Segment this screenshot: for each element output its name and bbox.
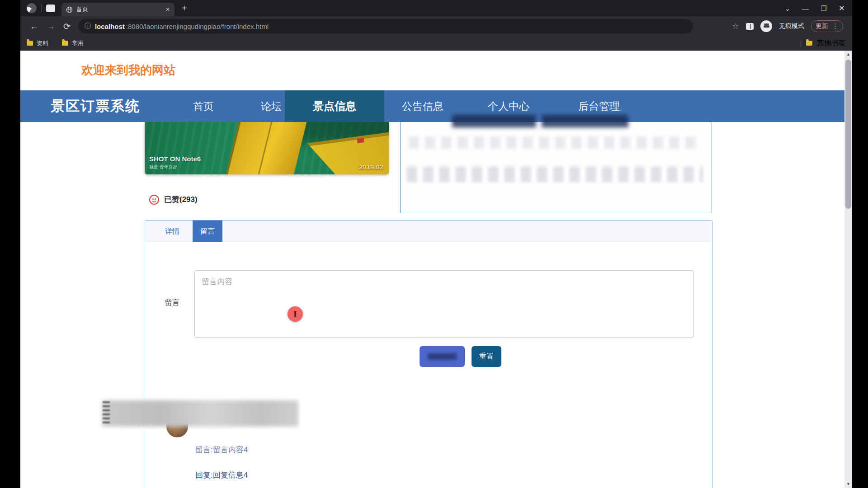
tab-favicon-globe-icon [66, 6, 73, 13]
reload-icon[interactable]: ⟳ [63, 22, 71, 31]
censored-edge-marks [103, 401, 110, 424]
other-bookmarks[interactable]: | 其他书签 [800, 38, 846, 48]
attraction-info-panel [400, 121, 712, 213]
minimize-icon[interactable]: — [802, 5, 809, 12]
nav-item-attractions-active[interactable]: 景点信息 [285, 90, 384, 122]
screen: 首页 ✕ + ⌄ — ❐ ✕ ← → ⟳ ⓘ localhost:8080/la… [0, 0, 868, 488]
comment-reply: 回复:回复信息4 [195, 470, 248, 480]
browser-tab[interactable]: 首页 ✕ [61, 3, 175, 16]
browser-toolbar: ← → ⟳ ⓘ localhost:8080/laonianrenjingqud… [20, 16, 852, 36]
like-row[interactable]: 已赞(293) [149, 194, 198, 205]
scroll-down-icon[interactable]: ▼ [844, 480, 852, 488]
message-field-label: 留言 [165, 298, 179, 308]
tab-close-icon[interactable]: ✕ [165, 6, 170, 13]
incognito-label: 无痕模式 [779, 22, 804, 30]
blurred-content-smudge [452, 115, 536, 127]
photo-watermark-sub: 魅蓝 青年良品 [149, 164, 178, 170]
update-label: 更新 [816, 22, 828, 30]
site-navbar: 景区订票系统 首页 论坛 景点信息 公告信息 个人中心 后台管理 [20, 90, 852, 122]
blurred-content-smudge [542, 115, 628, 127]
cursor-highlight-icon: I [288, 306, 303, 322]
bookmark-label: 资料 [37, 39, 48, 47]
censored-comment-header [102, 400, 298, 427]
folder-icon [62, 41, 68, 46]
welcome-heading: 欢迎来到我的网站 [81, 62, 175, 78]
bookmark-item-ziliao[interactable]: 资料 [27, 39, 48, 47]
browser-logo-icon [27, 3, 37, 13]
yellow-boat [226, 122, 307, 174]
tab-search-chevron-icon[interactable]: ⌄ [785, 5, 791, 12]
address-bar[interactable]: ⓘ localhost:8080/laonianrenjingqudingpia… [78, 19, 693, 33]
titlebar-divider [41, 4, 42, 12]
url-path: :8080/laonianrenjingqudingpiao/front/ind… [126, 23, 269, 30]
page-scrollbar[interactable]: ▲ ▼ [844, 51, 852, 488]
window-controls: ⌄ — ❐ ✕ [785, 5, 848, 12]
smiley-like-icon[interactable] [149, 195, 159, 205]
toolbar-right-cluster: ☆ 无痕模式 更新 ⋮ [732, 20, 847, 32]
bookmark-item-changyong[interactable]: 常用 [62, 39, 84, 47]
other-bookmarks-label: 其他书签 [817, 38, 846, 48]
attraction-photo: SHOT ON Note6 魅蓝 青年良品 2019.02 [145, 122, 389, 174]
url-host: localhost [95, 23, 125, 30]
incognito-icon [760, 20, 772, 32]
browser-window: 首页 ✕ + ⌄ — ❐ ✕ ← → ⟳ ⓘ localhost:8080/la… [20, 0, 852, 51]
faded-text-row [409, 137, 698, 149]
new-tab-button[interactable]: + [182, 4, 187, 13]
back-icon[interactable]: ← [30, 22, 38, 31]
scrollbar-thumb[interactable] [845, 60, 851, 209]
reset-button[interactable]: 重置 [472, 346, 501, 367]
nav-item-announcements[interactable]: 公告信息 [393, 90, 452, 122]
bookmarks-divider: | [800, 40, 802, 47]
submit-button-blurred[interactable] [420, 346, 465, 367]
bookmark-star-icon[interactable]: ☆ [732, 21, 739, 31]
update-button[interactable]: 更新 ⋮ [811, 20, 843, 32]
close-icon[interactable]: ✕ [839, 5, 845, 12]
pinned-app-icon[interactable] [46, 5, 55, 12]
tab-title: 首页 [76, 5, 162, 14]
forward-icon[interactable]: → [47, 22, 55, 31]
site-brand[interactable]: 景区订票系统 [51, 90, 140, 122]
more-menu-icon[interactable]: ⋮ [832, 22, 839, 30]
blurred-button-label [428, 353, 457, 360]
tab-details[interactable]: 详情 [154, 221, 190, 242]
site-info-icon[interactable]: ⓘ [85, 22, 91, 30]
photo-watermark: SHOT ON Note6 [149, 155, 201, 163]
tab-message-active[interactable]: 留言 [193, 221, 222, 242]
folder-icon [806, 41, 812, 46]
bookmarks-bar: 资料 常用 | 其他书签 [20, 36, 852, 51]
bookmark-label: 常用 [72, 39, 84, 47]
detail-tabs-header: 详情 留言 [144, 221, 712, 242]
comment-message: 留言:留言内容4 [195, 445, 248, 455]
folder-icon [27, 41, 33, 46]
like-count-label: 已赞(293) [164, 194, 198, 205]
split-view-icon[interactable] [746, 23, 754, 30]
restore-icon[interactable]: ❐ [821, 5, 826, 12]
photo-date-stamp: 2019.02 [359, 163, 383, 171]
browser-titlebar: 首页 ✕ + ⌄ — ❐ ✕ [20, 0, 852, 16]
scroll-up-icon[interactable]: ▲ [844, 51, 852, 58]
nav-item-home[interactable]: 首页 [176, 90, 231, 122]
red-detail [357, 138, 364, 143]
message-textarea[interactable] [194, 270, 694, 338]
faded-text-row [407, 167, 703, 182]
